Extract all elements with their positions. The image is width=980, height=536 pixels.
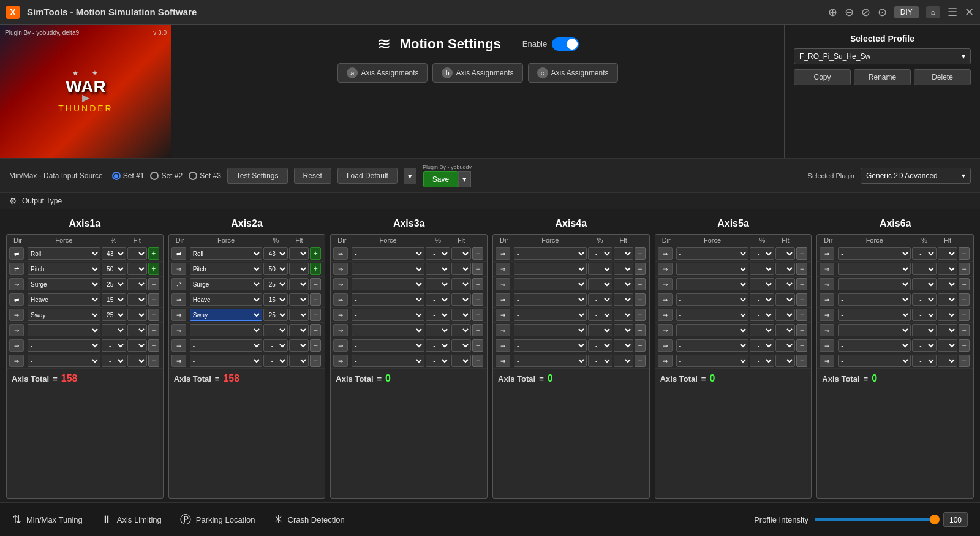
percent-select[interactable]: - [588, 278, 612, 290]
minus-button[interactable]: − [959, 309, 970, 321]
dir-button[interactable]: ⇒ [333, 278, 348, 290]
minus-button[interactable]: − [310, 355, 321, 367]
filter-select[interactable] [451, 278, 471, 290]
force-select[interactable]: - [190, 324, 263, 336]
dir-button[interactable]: ⇒ [9, 278, 24, 290]
percent-select[interactable]: - [588, 263, 612, 275]
close-button[interactable]: ✕ [965, 6, 974, 19]
minus-button[interactable]: − [472, 247, 483, 260]
percent-select[interactable]: - [588, 309, 612, 321]
minus-button[interactable]: − [310, 293, 321, 306]
percent-select[interactable]: - [912, 247, 937, 260]
minus-button[interactable]: − [796, 339, 807, 352]
force-select[interactable]: Surge [28, 278, 100, 290]
force-select[interactable]: - [28, 324, 100, 336]
force-select[interactable]: - [676, 309, 749, 321]
force-select[interactable]: Pitch [28, 263, 100, 275]
percent-select[interactable]: - [263, 355, 288, 367]
percent-select[interactable]: - [102, 324, 126, 336]
percent-select[interactable]: 25 [263, 278, 288, 290]
filter-select[interactable] [775, 309, 795, 321]
minus-button[interactable]: − [472, 324, 483, 336]
filter-select[interactable] [289, 247, 309, 260]
filter-select[interactable] [289, 309, 309, 321]
force-select[interactable]: Heave [28, 293, 100, 306]
minus-button[interactable]: − [635, 339, 646, 352]
force-select[interactable]: - [676, 263, 749, 275]
plus-button[interactable]: + [310, 247, 321, 260]
dir-button[interactable]: ⇒ [820, 278, 834, 290]
force-select[interactable]: - [514, 355, 587, 367]
dir-button[interactable]: ⇒ [172, 355, 186, 367]
dir-button[interactable]: ⇒ [172, 339, 186, 352]
filter-select[interactable] [127, 309, 147, 321]
minus-button[interactable]: − [635, 278, 646, 290]
percent-select[interactable]: 15 [263, 293, 288, 306]
crash-detection-item[interactable]: ✳ Crash Detection [274, 513, 345, 526]
percent-select[interactable]: - [750, 324, 774, 336]
percent-select[interactable]: 43 [263, 247, 288, 260]
dir-button[interactable]: ⇒ [9, 309, 24, 321]
minus-button[interactable]: − [148, 339, 159, 352]
dir-button[interactable]: ⇒ [496, 247, 510, 260]
tab-axis-c[interactable]: c Axis Assignments [528, 63, 618, 83]
minus-button[interactable]: − [148, 324, 159, 336]
minus-button[interactable]: − [959, 355, 970, 367]
force-select[interactable]: - [676, 247, 749, 260]
dir-button[interactable]: ⇒ [820, 324, 834, 336]
dir-button[interactable]: ⇒ [658, 339, 673, 352]
force-select[interactable]: Pitch [190, 263, 263, 275]
dir-button[interactable]: ⇒ [333, 355, 348, 367]
percent-select[interactable]: - [588, 339, 612, 352]
filter-select[interactable] [451, 263, 471, 275]
load-default-button[interactable]: Load Default [337, 168, 398, 184]
force-select[interactable]: Sway [28, 309, 100, 321]
dir-button[interactable]: ⇒ [820, 247, 834, 260]
parking-location-item[interactable]: Ⓟ Parking Location [180, 512, 255, 527]
percent-select[interactable]: 15 [102, 293, 126, 306]
tab-axis-a[interactable]: a Axis Assignments [337, 63, 428, 83]
minus-button[interactable]: − [472, 293, 483, 306]
minus-button[interactable]: − [148, 355, 159, 367]
dir-button[interactable]: ⇒ [333, 324, 348, 336]
percent-select[interactable]: - [750, 339, 774, 352]
force-select[interactable]: - [352, 278, 424, 290]
dir-button[interactable]: ⇒ [496, 293, 510, 306]
minus-button[interactable]: − [635, 309, 646, 321]
force-select[interactable]: - [838, 278, 911, 290]
minus-button[interactable]: − [796, 309, 807, 321]
filter-select[interactable] [127, 263, 147, 275]
dir-button[interactable]: ⇒ [172, 324, 186, 336]
percent-select[interactable]: - [102, 355, 126, 367]
minus-button[interactable]: − [635, 355, 646, 367]
force-select[interactable]: - [352, 293, 424, 306]
force-select[interactable]: Sway [190, 309, 263, 321]
minus-button[interactable]: − [472, 339, 483, 352]
dir-button[interactable]: ⇒ [496, 355, 510, 367]
dir-button[interactable]: ⇒ [333, 293, 348, 306]
force-select[interactable]: - [352, 247, 424, 260]
dir-button[interactable]: ⇌ [172, 247, 186, 260]
minus-button[interactable]: − [796, 355, 807, 367]
radio-set1[interactable]: Set #1 [112, 172, 145, 180]
force-select[interactable]: - [190, 339, 263, 352]
minus-button[interactable]: − [635, 324, 646, 336]
percent-select[interactable]: - [588, 293, 612, 306]
minus-button[interactable]: − [796, 278, 807, 290]
filter-select[interactable] [127, 355, 147, 367]
force-select[interactable]: - [352, 339, 424, 352]
percent-select[interactable]: - [750, 293, 774, 306]
minus-button[interactable]: − [310, 309, 321, 321]
dir-button[interactable]: ⇒ [658, 309, 673, 321]
save-button[interactable]: Save [423, 171, 458, 187]
filter-select[interactable] [289, 263, 309, 275]
dir-button[interactable]: ⇒ [333, 247, 348, 260]
filter-select[interactable] [289, 339, 309, 352]
dir-button[interactable]: ⇒ [496, 339, 510, 352]
filter-select[interactable] [614, 278, 633, 290]
minus-button[interactable]: − [959, 278, 970, 290]
dir-button[interactable]: ⇒ [9, 324, 24, 336]
minus-button[interactable]: − [148, 293, 159, 306]
percent-select[interactable]: 25 [102, 278, 126, 290]
percent-select[interactable]: - [426, 278, 450, 290]
